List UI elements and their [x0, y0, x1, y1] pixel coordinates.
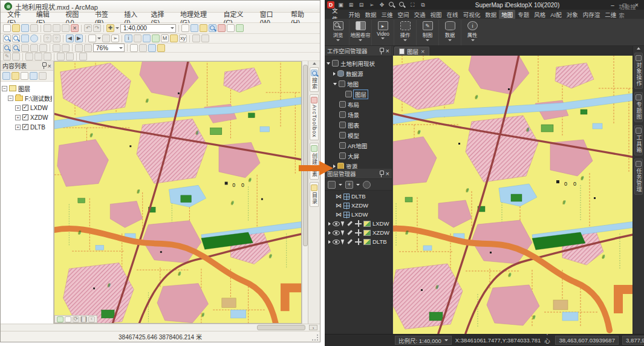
go-to-xy-button[interactable]: xy [179, 34, 187, 42]
zoom-whole-page-button[interactable] [53, 44, 60, 52]
ribbon-tab-object[interactable]: 对象 [564, 10, 581, 19]
data-driven-pages-button[interactable] [148, 44, 156, 52]
selectable-icon[interactable] [341, 220, 346, 226]
find-route-button[interactable] [170, 34, 178, 42]
list-by-selection-button[interactable] [30, 72, 37, 80]
zoom-out-icon[interactable] [398, 1, 406, 9]
ribbon-tab-ai[interactable]: AI配 [548, 10, 564, 19]
editor-menu-button[interactable]: ✎ [3, 53, 11, 60]
layout-pan-button[interactable] [21, 44, 29, 52]
pan-icon[interactable]: ✥ [378, 1, 386, 9]
ribbon-tab-3d[interactable]: 三维 [379, 10, 395, 19]
ribbon-tab-map[interactable]: 地图 [499, 10, 515, 19]
identify-tool[interactable]: i [125, 34, 132, 42]
copy-button[interactable] [53, 24, 60, 32]
expand-icon[interactable] [328, 222, 331, 226]
go-forward-extent-button[interactable]: ▶ [75, 34, 83, 42]
zoom-in-icon[interactable] [388, 1, 396, 9]
arcmap-horizontal-scrollbar[interactable]: › [1, 324, 320, 331]
ribbon-button-map-swipe[interactable]: 地图卷帘 [350, 20, 372, 45]
pan-tool[interactable] [21, 34, 29, 42]
expand-icon[interactable] [328, 231, 331, 235]
dock-tab-task-manager[interactable]: 任务管理 [634, 158, 643, 195]
layout-zoom-in-button[interactable] [3, 44, 11, 52]
html-popup-tool[interactable] [143, 34, 151, 42]
catalog-window-button[interactable] [200, 24, 207, 32]
arctoolbox-button[interactable] [218, 24, 226, 32]
ribbon-button-operate[interactable]: 操作 [394, 20, 417, 45]
chevron-down-icon[interactable] [356, 184, 360, 186]
dock-tab-catalog[interactable]: 目录 [310, 182, 319, 207]
ribbon-tab-memory[interactable]: 内存渲 [581, 10, 603, 19]
globe-icon[interactable] [363, 181, 371, 189]
add-data-button[interactable]: ✚ [106, 24, 114, 32]
pin-icon[interactable] [41, 62, 47, 69]
list-by-drawing-order-button[interactable] [2, 72, 10, 80]
remove-icon[interactable]: ⊟ [357, 1, 365, 9]
change-layout-button[interactable] [157, 44, 165, 52]
node-datasource[interactable]: 数据源 [325, 68, 392, 79]
toc-options-button[interactable] [39, 72, 47, 80]
selectable-icon[interactable] [341, 238, 346, 244]
layer-checkbox[interactable] [22, 124, 28, 130]
editor-shortcut-button[interactable] [181, 24, 189, 32]
ribbon-tab-2d[interactable]: 二维 [602, 10, 619, 19]
label-layer-lxdw[interactable]: ⋈ LXDW [325, 210, 392, 219]
dock-tab-object-operations[interactable]: 对象操作 [634, 53, 643, 89]
node-model[interactable]: 模型 [325, 130, 392, 140]
python-window-button[interactable] [227, 24, 235, 32]
chevron-down-icon[interactable] [336, 39, 340, 41]
node-maps[interactable]: 地图 [325, 79, 392, 89]
expand-icon[interactable] [333, 72, 336, 76]
dock-tab-toolbox[interactable]: 工具箱 [634, 125, 643, 155]
paste-button[interactable] [62, 24, 70, 32]
collapse-icon[interactable] [327, 62, 330, 65]
go-back-page-button[interactable] [75, 44, 83, 52]
measure-tool[interactable] [152, 34, 160, 42]
center-y-value[interactable]: 3,877,970.78162031 [622, 336, 644, 345]
delete-button[interactable] [71, 24, 79, 32]
node-resources[interactable]: 资源 [325, 161, 392, 169]
node-scene[interactable]: 场景 [325, 109, 392, 120]
full-extent-button[interactable] [30, 34, 38, 42]
fixed-zoom-in-button[interactable]: ⁘ [44, 34, 51, 42]
reshape-feature-button[interactable] [44, 53, 51, 60]
add-data-dropdown[interactable] [115, 27, 119, 29]
scroll-left-button[interactable]: ‹ [88, 316, 95, 322]
close-icon[interactable] [48, 62, 51, 70]
ribbon-tab-visualization[interactable]: 可视化 [461, 10, 483, 19]
label-layer-dltb[interactable]: ⋈ DLTB [325, 192, 392, 201]
ribbon-tab-style[interactable]: 风格 [532, 10, 548, 19]
toggle-draft-mode-button[interactable] [130, 44, 138, 52]
refresh-view-button[interactable]: ⟳ [73, 316, 79, 322]
ribbon-tab-data2[interactable]: 数据 [483, 10, 499, 19]
add-icon[interactable]: ⊞ [347, 1, 355, 9]
save-button[interactable] [21, 24, 29, 32]
edit-vertices-button[interactable] [34, 53, 42, 60]
attributes-button[interactable] [79, 53, 87, 60]
go-back-extent-button[interactable]: ◀ [66, 34, 74, 42]
selectable-icon[interactable] [341, 229, 346, 235]
scale-select[interactable]: 比例尺: 1:40,000 [395, 336, 452, 345]
go-forward-page-button[interactable] [84, 44, 92, 52]
viewer-window-button[interactable] [192, 34, 200, 42]
supermap-map-canvas[interactable] [393, 56, 633, 334]
create-features-button[interactable] [25, 53, 33, 60]
zoom-in-tool[interactable] [3, 34, 11, 42]
center-x-value[interactable]: 38,463,607.03939687 [555, 336, 618, 345]
chevron-down-icon[interactable] [403, 39, 407, 41]
editable-icon[interactable] [346, 220, 353, 227]
layout-zoom-out-button[interactable] [12, 44, 20, 52]
ribbon-tab-start[interactable]: 开始 [346, 10, 363, 19]
minimize-button[interactable]: – [608, 1, 617, 9]
cut-polygons-button[interactable] [57, 53, 65, 60]
pin-icon[interactable] [379, 171, 384, 177]
editable-icon[interactable] [346, 238, 353, 245]
node-layout[interactable]: 布局 [325, 99, 392, 109]
snapable-icon[interactable] [355, 229, 362, 236]
zoom-out-tool[interactable] [12, 34, 20, 42]
chevron-down-icon[interactable] [381, 38, 385, 39]
select-features-button[interactable] [88, 34, 96, 42]
feature-layer-xzdw[interactable]: XZDW [325, 228, 392, 237]
expand-icon[interactable] [328, 240, 331, 244]
